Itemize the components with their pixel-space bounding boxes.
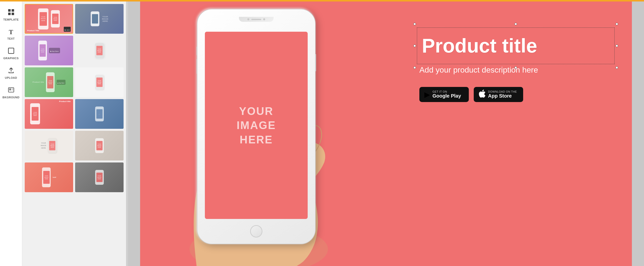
graphics-icon xyxy=(8,48,14,55)
templates-grid: YOURIMAGEHERE YOURIMAGEHERE Product Titl… xyxy=(25,4,124,192)
template-thumb-2[interactable]: YOURIMAGEHERE xyxy=(75,4,124,34)
template-thumb-6[interactable]: YOURIMAGEHERE xyxy=(75,67,124,97)
template-thumb-5[interactable]: Product title YOURIMAGEHERE ▶ App Store xyxy=(25,67,73,97)
content-right: Product title Add your product descripti… xyxy=(419,31,612,102)
upload-icon xyxy=(8,67,14,75)
template-label: TEMPLATE xyxy=(3,18,18,21)
template-thumb-7[interactable]: Product title YOURIMAGEHERE xyxy=(25,99,73,129)
google-play-sub: GET IT ON xyxy=(432,90,461,93)
design-canvas: YOURIMAGEHERE xyxy=(140,2,632,266)
phone-camera-2 xyxy=(263,18,265,20)
toolbar-item-template[interactable]: TEMPLATE xyxy=(1,7,21,24)
toolbar-item-graphics[interactable]: GRAPHICS xyxy=(1,45,21,62)
text-icon: T xyxy=(9,29,13,36)
toolbar-item-background[interactable]: BKGROUND xyxy=(1,84,21,101)
phone-outer[interactable]: YOURIMAGEHERE xyxy=(197,9,316,244)
template-thumb-4[interactable]: YOURIMAGEHERE xyxy=(75,36,124,65)
phone-speaker xyxy=(251,19,261,20)
upload-label: UPLOAD xyxy=(5,76,17,79)
google-play-button[interactable]: ▶ GET IT ON Google Play xyxy=(419,87,469,102)
google-play-text: GET IT ON Google Play xyxy=(432,90,461,99)
template-thumb-3[interactable]: YOURIMAGEHERE ▶ App Store xyxy=(25,36,73,65)
graphics-label: GRAPHICS xyxy=(3,57,18,60)
template-thumb-12[interactable]: YOURIMAGEHERE xyxy=(75,163,124,192)
canvas-area[interactable]: YOURIMAGEHERE xyxy=(128,2,644,266)
product-title[interactable]: Product title xyxy=(422,35,610,57)
svg-rect-6 xyxy=(9,88,11,90)
svg-rect-4 xyxy=(8,48,14,54)
toolbar-item-upload[interactable]: UPLOAD xyxy=(1,65,21,82)
template-thumb-10[interactable]: YOURIMAGEHERE xyxy=(75,131,124,161)
background-label: BKGROUND xyxy=(2,96,20,99)
template-thumb-9[interactable]: YOURIMAGEHERE YOURIMAGEHERE xyxy=(25,131,73,161)
template-thumb-11[interactable]: YOURIMAGEHERE YoUF xyxy=(25,163,73,192)
background-icon xyxy=(8,87,14,95)
google-play-icon: ▶ xyxy=(424,90,430,99)
text-label: TEXT xyxy=(7,37,14,40)
template-icon xyxy=(8,9,14,17)
app-store-main: App Store xyxy=(488,93,517,99)
left-toolbar: TEMPLATE T TEXT GRAPHICS UPLOAD xyxy=(0,2,22,266)
template-thumb-8[interactable]: ..... xyxy=(75,99,124,129)
selection-box[interactable]: Product title xyxy=(419,31,612,60)
apple-icon xyxy=(479,89,486,100)
svg-rect-0 xyxy=(8,9,11,12)
product-description[interactable]: Add your product description here xyxy=(419,65,612,75)
svg-rect-1 xyxy=(12,9,14,12)
phone-volume-button xyxy=(196,59,198,74)
phone-screen-placeholder: YOURIMAGEHERE xyxy=(236,104,276,147)
phone-notch xyxy=(239,17,274,22)
toolbar-item-text[interactable]: T TEXT xyxy=(1,26,21,43)
phone-screen[interactable]: YOURIMAGEHERE xyxy=(205,32,308,219)
phone-camera xyxy=(247,18,249,20)
app-store-button[interactable]: Download on the App Store xyxy=(474,87,523,102)
store-buttons: ▶ GET IT ON Google Play Download on the xyxy=(419,87,612,102)
panel-divider xyxy=(126,2,128,266)
svg-rect-2 xyxy=(8,13,11,15)
app-store-text: Download on the App Store xyxy=(488,90,517,99)
phone-mockup-container[interactable]: YOURIMAGEHERE xyxy=(177,7,350,261)
phone-side-button-left xyxy=(196,47,198,55)
phone-home-button[interactable] xyxy=(250,225,262,237)
phone-power-button xyxy=(315,54,316,71)
template-panel: YOURIMAGEHERE YOURIMAGEHERE Product Titl… xyxy=(22,2,126,266)
google-play-main: Google Play xyxy=(432,93,461,99)
template-thumb-1[interactable]: YOURIMAGEHERE YOURIMAGEHERE Product Titl… xyxy=(25,4,73,34)
svg-rect-3 xyxy=(12,13,14,15)
app-store-sub: Download on the xyxy=(488,90,517,93)
